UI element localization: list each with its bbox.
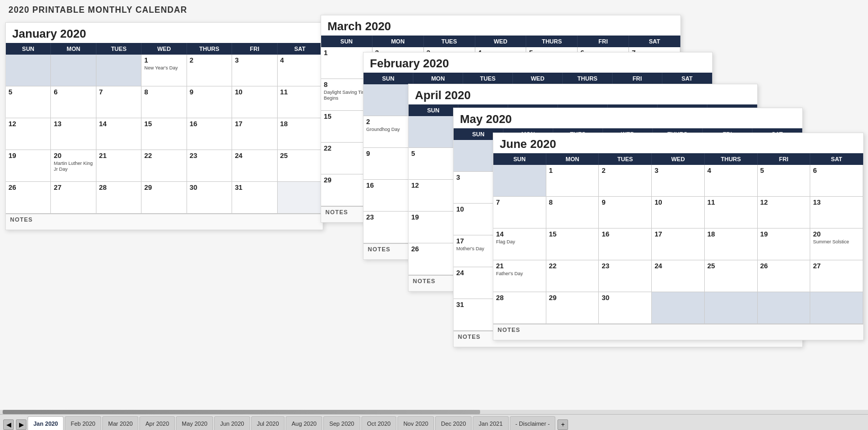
table-row: 12 bbox=[6, 118, 51, 150]
table-row: 13 bbox=[810, 197, 863, 229]
table-row: 29 bbox=[546, 292, 599, 324]
table-row: 8 bbox=[141, 86, 187, 118]
table-row: 2 bbox=[187, 55, 232, 86]
table-row: 23 bbox=[599, 260, 652, 292]
tab-may-2020[interactable]: May 2020 bbox=[176, 416, 213, 430]
table-row: 15 bbox=[546, 229, 599, 260]
table-row bbox=[364, 84, 413, 116]
table-row bbox=[810, 292, 863, 324]
table-row: 3 bbox=[652, 165, 705, 197]
table-row: 17 bbox=[232, 118, 277, 150]
table-row: 19 bbox=[758, 229, 811, 260]
table-row: 21Father's Day bbox=[493, 260, 546, 292]
table-row: 20Summer Solstice bbox=[810, 229, 863, 260]
table-row: 29 bbox=[141, 182, 187, 214]
table-row: 4 bbox=[278, 55, 323, 86]
tab-jul-2020[interactable]: Jul 2020 bbox=[251, 416, 285, 430]
table-row bbox=[493, 165, 546, 197]
table-row: 18 bbox=[705, 229, 758, 260]
table-row: 2Groundhog Day bbox=[364, 116, 413, 148]
tab-oct-2020[interactable]: Oct 2020 bbox=[361, 416, 397, 430]
tab-dec-2020[interactable]: Dec 2020 bbox=[435, 416, 472, 430]
table-row: 10 bbox=[232, 86, 277, 118]
table-row: 7 bbox=[493, 197, 546, 229]
header-thurs: THURS bbox=[187, 43, 232, 55]
table-row: 26 bbox=[409, 243, 458, 275]
table-row: 24 bbox=[652, 260, 705, 292]
tab-disclaimer[interactable]: - Disclaimer - bbox=[510, 416, 556, 430]
tab-aug-2020[interactable]: Aug 2020 bbox=[286, 416, 322, 430]
table-row: 16 bbox=[187, 118, 232, 150]
table-row: 25 bbox=[705, 260, 758, 292]
june-header: SUN MON TUES WED THURS FRI SAT bbox=[493, 153, 863, 165]
scrollbar-track bbox=[0, 410, 868, 414]
table-row: 31 bbox=[232, 182, 277, 214]
tab-jan-2020[interactable]: Jan 2020 bbox=[28, 416, 64, 430]
table-row: 9 bbox=[187, 86, 232, 118]
june-grid: 1 2 3 4 5 6 7 8 9 10 11 12 13 14Flag Day… bbox=[493, 165, 863, 324]
table-row: 28 bbox=[493, 292, 546, 324]
tab-mar-2020[interactable]: Mar 2020 bbox=[102, 416, 138, 430]
tab-jan-2021[interactable]: Jan 2021 bbox=[473, 416, 508, 430]
tab-nav-left[interactable]: ◀ bbox=[3, 419, 14, 430]
table-row: 27 bbox=[810, 260, 863, 292]
june-title: June 2020 bbox=[493, 133, 863, 153]
table-row: 1 bbox=[546, 165, 599, 197]
table-row: 25 bbox=[278, 150, 323, 182]
march-title: March 2020 bbox=[321, 15, 680, 36]
header-wed: WED bbox=[141, 43, 187, 55]
table-row: 12 bbox=[758, 197, 811, 229]
header-sat: SAT bbox=[278, 43, 323, 55]
table-row: 18 bbox=[278, 118, 323, 150]
table-row bbox=[51, 55, 96, 86]
table-row: 14 bbox=[96, 118, 141, 150]
table-row: 19 bbox=[409, 212, 458, 243]
table-row: 7 bbox=[96, 86, 141, 118]
tab-add[interactable]: + bbox=[557, 419, 568, 430]
header-tues: TUES bbox=[96, 43, 141, 55]
table-row bbox=[758, 292, 811, 324]
tab-feb-2020[interactable]: Feb 2020 bbox=[65, 416, 101, 430]
table-row: 23 bbox=[364, 212, 413, 243]
january-calendar: January 2020 SUN MON TUES WED THURS FRI … bbox=[5, 22, 323, 230]
table-row: 11 bbox=[278, 86, 323, 118]
header-mon: MON bbox=[51, 43, 96, 55]
table-row: 9 bbox=[599, 197, 652, 229]
january-notes: NOTES bbox=[6, 214, 323, 230]
table-row bbox=[409, 116, 458, 148]
tab-bar: ◀ ▶ Jan 2020 Feb 2020 Mar 2020 Apr 2020 … bbox=[0, 414, 868, 430]
table-row: 22 bbox=[141, 150, 187, 182]
table-row bbox=[278, 182, 323, 214]
tab-nov-2020[interactable]: Nov 2020 bbox=[397, 416, 434, 430]
march-header: SUN MON TUES WED THURS FRI SAT bbox=[321, 36, 680, 47]
tab-jun-2020[interactable]: Jun 2020 bbox=[214, 416, 250, 430]
table-row: 6 bbox=[810, 165, 863, 197]
may-title: May 2020 bbox=[454, 108, 802, 128]
table-row bbox=[96, 55, 141, 86]
table-row: 30 bbox=[187, 182, 232, 214]
june-notes: NOTES bbox=[493, 324, 863, 340]
table-row: 16 bbox=[599, 229, 652, 260]
table-row: 6 bbox=[51, 86, 96, 118]
tab-apr-2020[interactable]: Apr 2020 bbox=[139, 416, 175, 430]
table-row: 2 bbox=[599, 165, 652, 197]
table-row: 5 bbox=[758, 165, 811, 197]
table-row: 16 bbox=[364, 180, 413, 212]
main-container: 2020 PRINTABLE MONTHLY CALENDAR January … bbox=[0, 0, 868, 430]
table-row: 5 bbox=[6, 86, 51, 118]
table-row: 19 bbox=[6, 150, 51, 182]
february-header: SUN MON TUES WED THURS FRI SAT bbox=[364, 73, 712, 84]
scrollbar-thumb[interactable] bbox=[3, 410, 480, 414]
january-grid: 1New Year's Day 2 3 4 5 6 7 8 9 10 11 12… bbox=[6, 55, 323, 214]
tab-nav-right[interactable]: ▶ bbox=[16, 419, 26, 430]
table-row: 13 bbox=[51, 118, 96, 150]
table-row: 24 bbox=[232, 150, 277, 182]
table-row: 14Flag Day bbox=[493, 229, 546, 260]
table-row: 17 bbox=[652, 229, 705, 260]
table-row bbox=[705, 292, 758, 324]
table-row: 12 bbox=[409, 180, 458, 212]
table-row: 28 bbox=[96, 182, 141, 214]
header-fri: FRI bbox=[232, 43, 277, 55]
table-row bbox=[6, 55, 51, 86]
tab-sep-2020[interactable]: Sep 2020 bbox=[323, 416, 360, 430]
